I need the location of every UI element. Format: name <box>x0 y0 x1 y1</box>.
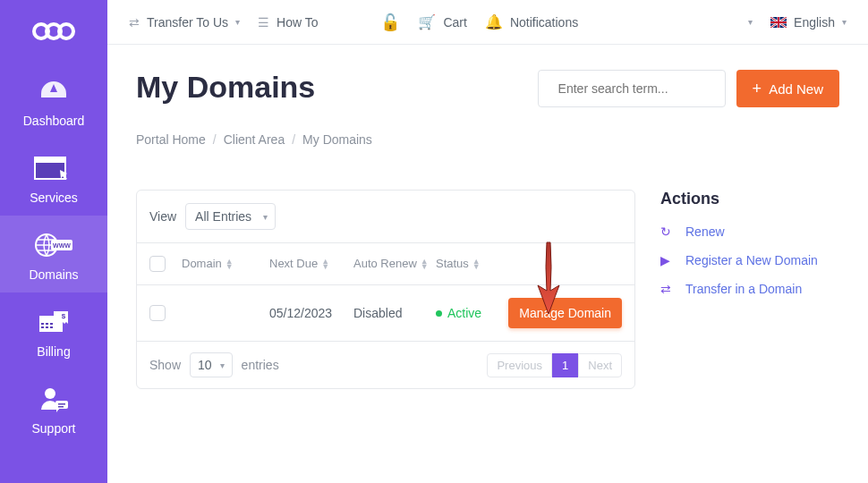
topbar-label: English <box>794 15 835 30</box>
view-filter: View All Entries <box>137 191 634 243</box>
dashboard-icon <box>33 78 74 105</box>
topbar-transfer[interactable]: ⇄ Transfer To Us ▾ <box>129 15 240 30</box>
sidebar-item-billing[interactable]: $ Billing <box>0 292 107 369</box>
domains-card: View All Entries Domain▲▼ Next Due▲▼ Aut… <box>136 190 635 389</box>
cell-renew: Disabled <box>353 306 429 320</box>
nav-label: Services <box>30 191 78 205</box>
per-page-select[interactable]: 10 <box>190 352 233 377</box>
add-new-button[interactable]: + Add New <box>736 70 839 107</box>
services-icon <box>33 155 74 182</box>
th-label: Auto Renew <box>353 257 417 271</box>
topbar-label: Transfer To Us <box>147 15 228 30</box>
sort-icon: ▲▼ <box>321 258 329 269</box>
breadcrumb-item[interactable]: Portal Home <box>136 132 206 147</box>
chevron-down-icon: ▾ <box>235 17 240 27</box>
action-register[interactable]: ▶ Register a New Domain <box>660 253 839 267</box>
sort-icon: ▲▼ <box>421 258 429 269</box>
sidebar-item-dashboard[interactable]: Dashboard <box>0 62 107 139</box>
th-label: Next Due <box>269 257 318 271</box>
tag-icon: ▶ <box>660 253 675 267</box>
th-label: Status <box>436 257 469 271</box>
cell-due: 05/12/2023 <box>269 306 346 320</box>
svg-rect-12 <box>50 323 53 325</box>
manage-domain-button[interactable]: Manage Domain <box>508 298 622 328</box>
app-logo <box>30 13 77 48</box>
topbar-label: Notifications <box>510 15 578 30</box>
sidebar-item-support[interactable]: Support <box>0 369 107 446</box>
bell-icon: 🔔 <box>485 13 503 30</box>
select-value: 10 <box>198 358 212 372</box>
sort-icon: ▲▼ <box>226 258 234 269</box>
th-label: Domain <box>182 257 222 271</box>
breadcrumb-item[interactable]: My Domains <box>302 132 372 147</box>
action-label: Register a New Domain <box>685 253 818 267</box>
nav-label: Billing <box>37 344 70 359</box>
view-select[interactable]: All Entries <box>185 203 276 230</box>
chevron-down-icon: ▾ <box>842 17 847 27</box>
select-value: All Entries <box>195 209 251 224</box>
table-row: 05/12/2023 Disabled Active Manage Domain <box>137 285 634 341</box>
action-label: Transfer in a Domain <box>685 282 802 296</box>
actions-title: Actions <box>660 190 839 208</box>
refresh-icon: ↻ <box>660 225 675 239</box>
row-checkbox[interactable] <box>149 305 166 321</box>
svg-point-17 <box>45 388 55 399</box>
table-footer: Show 10 entries Previous 1 Next <box>137 341 634 388</box>
table-header-row: Domain▲▼ Next Due▲▼ Auto Renew▲▼ Status▲… <box>137 243 634 285</box>
page-current[interactable]: 1 <box>552 353 578 377</box>
svg-rect-13 <box>41 326 44 328</box>
page-next[interactable]: Next <box>578 353 622 377</box>
chevron-down-icon: ▾ <box>748 17 753 27</box>
th-domain[interactable]: Domain▲▼ <box>182 257 262 271</box>
action-transfer[interactable]: ⇄ Transfer in a Domain <box>660 282 839 296</box>
nav-label: Domains <box>29 267 78 282</box>
breadcrumb-sep: / <box>292 132 295 147</box>
svg-rect-5 <box>35 157 65 163</box>
sidebar-item-services[interactable]: Services <box>0 139 107 216</box>
breadcrumb: Portal Home / Client Area / My Domains <box>136 132 839 147</box>
actions-panel: Actions ↻ Renew ▶ Register a New Domain … <box>660 190 839 310</box>
breadcrumb-item[interactable]: Client Area <box>224 132 285 147</box>
howto-icon: ☰ <box>258 15 269 30</box>
show-label: Show <box>149 358 181 372</box>
svg-rect-10 <box>41 323 44 325</box>
svg-rect-3 <box>41 94 66 97</box>
search-input[interactable] <box>558 81 715 96</box>
uk-flag-icon <box>770 17 787 28</box>
topbar-label: Cart <box>443 15 466 30</box>
entries-label: entries <box>242 358 279 372</box>
transfer-icon: ⇄ <box>660 282 675 296</box>
search-box[interactable] <box>538 70 726 107</box>
pagination: Previous 1 Next <box>487 353 622 377</box>
transfer-icon: ⇄ <box>129 15 140 30</box>
svg-text:$: $ <box>62 312 66 320</box>
button-label: Add New <box>769 81 823 97</box>
select-all-checkbox[interactable] <box>149 256 166 272</box>
topbar-howto[interactable]: ☰ How To <box>258 15 318 30</box>
status-text: Active <box>447 306 481 320</box>
action-label: Renew <box>685 225 725 239</box>
topbar-language[interactable]: English ▾ <box>770 15 847 30</box>
th-auto-renew[interactable]: Auto Renew▲▼ <box>353 257 429 271</box>
sidebar-item-domains[interactable]: WWW Domains <box>0 216 107 292</box>
support-icon <box>33 386 74 412</box>
status-dot-icon <box>436 310 442 317</box>
action-renew[interactable]: ↻ Renew <box>660 225 839 239</box>
topbar-lock[interactable]: 🔓 <box>380 13 400 32</box>
billing-icon: $ <box>33 309 74 335</box>
page-title: My Domains <box>136 70 315 105</box>
view-label: View <box>149 209 176 224</box>
th-next-due[interactable]: Next Due▲▼ <box>269 257 346 271</box>
page-previous[interactable]: Previous <box>487 353 552 377</box>
svg-text:WWW: WWW <box>53 242 71 249</box>
topbar-notifications[interactable]: 🔔 Notifications <box>485 13 578 30</box>
th-status[interactable]: Status▲▼ <box>436 257 498 271</box>
nav-label: Dashboard <box>23 114 85 128</box>
topbar-cart[interactable]: 🛒 Cart <box>418 13 466 30</box>
cart-icon: 🛒 <box>418 13 436 30</box>
domains-icon: WWW <box>33 232 74 258</box>
sidebar: Dashboard Services WWW Domains $ Billing… <box>0 0 107 483</box>
svg-rect-11 <box>46 323 48 325</box>
topbar-account[interactable]: ▾ <box>748 17 753 27</box>
topbar-label: How To <box>277 15 318 30</box>
